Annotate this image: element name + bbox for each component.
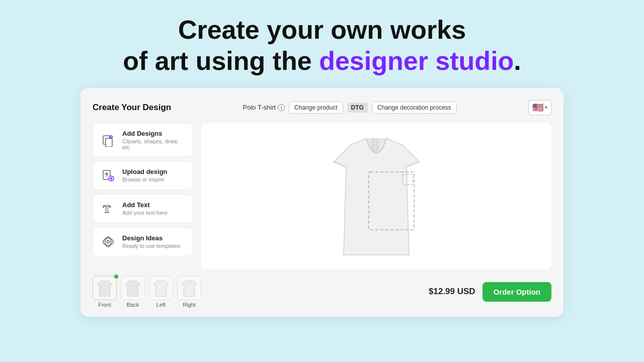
shirt-mini-icon xyxy=(124,279,141,298)
product-label: Polo T-shirt i xyxy=(243,104,285,111)
card-body: Add Designs Cliparts, shapes, draw, etc xyxy=(93,123,551,269)
upload-icon xyxy=(100,167,116,184)
sidebar-item-title: Upload design xyxy=(122,168,168,175)
svg-text:T: T xyxy=(103,203,111,215)
hero-title: Create your own works of art using the d… xyxy=(123,14,521,77)
shirt-mini-icon xyxy=(152,279,170,298)
shirt-mini-icon xyxy=(181,279,198,298)
thumb-right-label: Right xyxy=(183,302,196,308)
thumb-back-img xyxy=(121,276,145,300)
thumb-front[interactable]: Front xyxy=(93,276,117,308)
sidebar-item-text: Add Text Add your text here xyxy=(122,201,168,216)
sidebar-item-add-text[interactable]: T Add Text Add your text here xyxy=(93,194,193,223)
thumb-right[interactable]: Right xyxy=(177,276,201,308)
country-selector-button[interactable]: 🇺🇸 ▾ xyxy=(528,100,551,115)
card-header: Create Your Design Polo T-shirt i Change… xyxy=(93,100,551,115)
view-thumbnails: Front Back Left xyxy=(93,276,201,308)
design-sidebar: Add Designs Cliparts, shapes, draw, etc xyxy=(93,123,193,269)
sidebar-item-design-ideas[interactable]: Design Ideas Ready to use templates xyxy=(93,227,193,256)
thumb-back[interactable]: Back xyxy=(121,276,145,308)
sidebar-item-title: Design Ideas xyxy=(122,234,181,242)
thumb-back-label: Back xyxy=(127,302,139,308)
thumb-front-img xyxy=(93,276,117,300)
order-option-button[interactable]: Order Option xyxy=(482,282,551,302)
active-indicator xyxy=(114,275,118,279)
product-preview-area xyxy=(201,123,551,269)
bottom-bar: Front Back Left xyxy=(93,276,551,308)
thumb-front-label: Front xyxy=(98,302,111,308)
tshirt-svg xyxy=(324,129,429,262)
sidebar-item-title: Add Text xyxy=(122,201,168,209)
info-icon[interactable]: i xyxy=(278,104,285,111)
sidebar-item-add-designs[interactable]: Add Designs Cliparts, shapes, draw, etc xyxy=(93,123,193,157)
card-title: Create Your Design xyxy=(93,103,171,113)
order-section: $12.99 USD Order Option xyxy=(429,282,551,302)
ideas-icon xyxy=(100,234,116,250)
designs-icon xyxy=(100,132,116,148)
thumb-left-img xyxy=(149,276,173,300)
sidebar-item-text: Add Designs Cliparts, shapes, draw, etc xyxy=(122,130,186,150)
hero-section: Create your own works of art using the d… xyxy=(123,14,521,77)
sidebar-item-subtitle: Ready to use templates xyxy=(122,243,181,249)
thumb-left[interactable]: Left xyxy=(149,276,173,308)
svg-point-12 xyxy=(107,240,110,243)
text-icon: T xyxy=(100,201,116,217)
svg-point-10 xyxy=(103,238,113,245)
sidebar-item-subtitle: Cliparts, shapes, draw, etc xyxy=(122,138,186,150)
sidebar-item-title: Add Designs xyxy=(122,130,186,137)
designer-card: Create Your Design Polo T-shirt i Change… xyxy=(80,88,564,317)
change-product-button[interactable]: Change product xyxy=(289,102,343,114)
decoration-type-label: DTG xyxy=(347,103,368,113)
polo-tshirt-preview xyxy=(324,129,429,262)
thumb-right-img xyxy=(177,276,201,300)
shirt-mini-icon xyxy=(96,279,113,298)
card-header-controls: Polo T-shirt i Change product DTG Change… xyxy=(243,102,457,114)
sidebar-item-text: Design Ideas Ready to use templates xyxy=(122,234,181,249)
sidebar-item-upload-design[interactable]: Upload design Browse or import xyxy=(93,161,193,190)
change-decoration-button[interactable]: Change decoration process xyxy=(372,102,457,114)
price-label: $12.99 USD xyxy=(429,287,475,297)
chevron-down-icon: ▾ xyxy=(545,105,547,110)
thumb-left-label: Left xyxy=(156,302,166,308)
sidebar-item-subtitle: Browse or import xyxy=(122,176,168,183)
svg-rect-1 xyxy=(106,138,112,147)
flag-icon: 🇺🇸 xyxy=(532,102,543,113)
sidebar-item-text: Upload design Browse or import xyxy=(122,168,168,183)
sidebar-item-subtitle: Add your text here xyxy=(122,210,168,216)
